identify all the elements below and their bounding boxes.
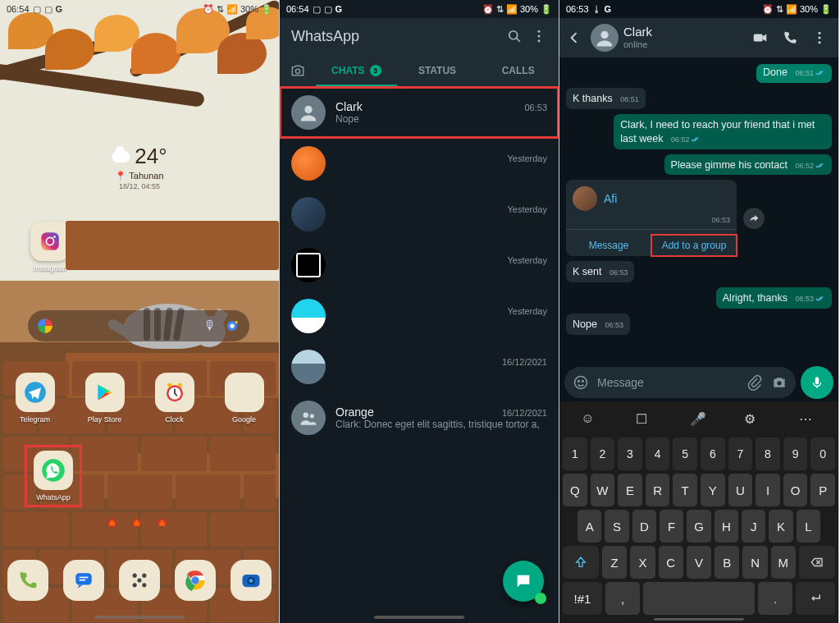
key-w[interactable]: W xyxy=(591,474,615,506)
menu-dots-icon[interactable] xyxy=(531,28,547,44)
message-out[interactable]: Please gimme his contact 06:52 xyxy=(664,154,832,176)
key-period[interactable]: . xyxy=(758,582,792,615)
nav-indicator[interactable] xyxy=(94,616,185,619)
key-u[interactable]: U xyxy=(728,474,753,506)
whatsapp-app-icon-highlighted[interactable]: WhatsApp xyxy=(25,445,82,507)
contact-info[interactable]: Clark online xyxy=(623,25,743,50)
phone-app-icon[interactable] xyxy=(7,560,48,601)
google-search-bar[interactable]: 🎙 xyxy=(28,310,249,341)
back-icon[interactable] xyxy=(563,26,586,49)
attach-icon[interactable] xyxy=(746,374,763,391)
key-z[interactable]: Z xyxy=(602,546,627,579)
contact-card[interactable]: Afi 06:53 Message Add to a group xyxy=(566,180,737,256)
key-v[interactable]: V xyxy=(687,546,711,579)
chat-row[interactable]: 16/12/2021 xyxy=(280,341,559,392)
chrome-app-icon[interactable] xyxy=(175,560,216,601)
key-n[interactable]: N xyxy=(742,546,767,579)
key-1[interactable]: 1 xyxy=(563,437,587,470)
key-e[interactable]: E xyxy=(618,474,642,506)
key-9[interactable]: 9 xyxy=(783,437,808,470)
chat-row[interactable]: Yesterday xyxy=(280,240,559,291)
key-enter[interactable] xyxy=(796,582,835,615)
voice-typing-icon[interactable]: 🎤 xyxy=(690,411,708,429)
contact-add-to-group-button[interactable]: Add to a group xyxy=(651,235,737,256)
message-in[interactable]: Nope 06:53 xyxy=(566,314,630,335)
contact-message-button[interactable]: Message xyxy=(566,235,651,256)
key-t[interactable]: T xyxy=(673,474,697,506)
camera-app-icon[interactable] xyxy=(231,560,272,601)
new-chat-fab[interactable] xyxy=(503,561,544,602)
key-symbols[interactable]: !#1 xyxy=(563,582,602,615)
key-shift[interactable] xyxy=(563,546,599,579)
key-0[interactable]: 0 xyxy=(810,437,835,470)
key-6[interactable]: 6 xyxy=(701,437,725,470)
key-4[interactable]: 4 xyxy=(646,437,670,470)
message-out[interactable]: Done 06:51 xyxy=(756,64,832,83)
key-7[interactable]: 7 xyxy=(728,437,753,470)
tab-chats[interactable]: CHATS3 xyxy=(316,54,397,87)
key-h[interactable]: H xyxy=(714,510,738,543)
instagram-app-icon[interactable] xyxy=(30,222,70,261)
chat-list[interactable]: Clark06:53 Nope Yesterday Yesterday Yest… xyxy=(280,87,559,623)
message-out[interactable]: Clark, I need to reach your friend that … xyxy=(614,114,832,149)
emoji-icon[interactable] xyxy=(573,374,589,391)
apps-drawer-icon[interactable] xyxy=(119,560,160,601)
key-8[interactable]: 8 xyxy=(756,437,780,470)
message-input[interactable]: Message xyxy=(564,367,796,398)
key-y[interactable]: Y xyxy=(701,474,725,506)
keyboard[interactable]: ☺ ☐ 🎤 ⚙ ⋯ 1 2 3 4 5 6 7 8 9 0 Q W E R T … xyxy=(559,401,838,623)
nav-indicator[interactable] xyxy=(374,616,464,619)
key-j[interactable]: J xyxy=(742,510,765,543)
key-a[interactable]: A xyxy=(578,510,601,543)
sticker-icon[interactable]: ☐ xyxy=(636,411,654,429)
key-2[interactable]: 2 xyxy=(591,437,615,470)
key-f[interactable]: F xyxy=(660,510,683,543)
search-icon[interactable] xyxy=(506,28,523,44)
play-store-app-icon[interactable]: Play Store xyxy=(80,373,130,424)
mic-icon[interactable]: 🎙 xyxy=(203,318,217,333)
telegram-app-icon[interactable]: Telegram xyxy=(11,373,60,424)
key-m[interactable]: M xyxy=(771,546,796,579)
menu-dots-icon[interactable] xyxy=(807,25,832,50)
camera-icon[interactable] xyxy=(771,374,788,391)
key-i[interactable]: I xyxy=(756,474,780,506)
camera-tab-icon[interactable] xyxy=(280,54,316,87)
key-3[interactable]: 3 xyxy=(618,437,642,470)
chat-row[interactable]: Yesterday xyxy=(280,189,559,240)
key-5[interactable]: 5 xyxy=(673,437,697,470)
clock-app-icon[interactable]: Clock xyxy=(150,373,199,424)
google-folder-icon[interactable]: Google xyxy=(220,373,269,424)
key-comma[interactable]: , xyxy=(605,582,640,615)
key-k[interactable]: K xyxy=(769,510,792,543)
chat-row[interactable]: Yesterday xyxy=(280,138,559,189)
key-p[interactable]: P xyxy=(810,474,835,506)
forward-icon[interactable] xyxy=(743,208,765,229)
weather-widget[interactable]: 24° 📍 Tahunan 18/12, 04:55 xyxy=(112,144,167,190)
keyboard-settings-icon[interactable]: ⚙ xyxy=(744,411,762,429)
video-call-icon[interactable] xyxy=(748,25,773,50)
tab-calls[interactable]: CALLS xyxy=(477,54,559,87)
message-in[interactable]: K sent 06:53 xyxy=(566,261,634,282)
key-backspace[interactable] xyxy=(799,546,835,579)
lens-icon[interactable] xyxy=(225,318,240,333)
keyboard-more-icon[interactable]: ⋯ xyxy=(799,411,817,429)
key-o[interactable]: O xyxy=(783,474,808,506)
key-l[interactable]: L xyxy=(797,510,820,543)
key-s[interactable]: S xyxy=(605,510,628,543)
voice-message-button[interactable] xyxy=(801,366,833,399)
message-out[interactable]: Alright, thanks 06:53 xyxy=(716,287,832,309)
message-list[interactable]: Done 06:51 K thanks 06:51 Clark, I need … xyxy=(559,57,838,364)
key-r[interactable]: R xyxy=(646,474,670,506)
emoji-picker-icon[interactable]: ☺ xyxy=(581,411,599,429)
key-space[interactable] xyxy=(643,582,755,615)
key-b[interactable]: B xyxy=(714,546,739,579)
contact-avatar[interactable] xyxy=(591,24,619,52)
message-in[interactable]: K thanks 06:51 xyxy=(566,88,646,109)
messages-app-icon[interactable] xyxy=(63,560,104,601)
chat-row-clark[interactable]: Clark06:53 Nope xyxy=(280,87,559,138)
chat-row-orange[interactable]: Orange16/12/2021 Clark: Donec eget elit … xyxy=(280,392,559,443)
voice-call-icon[interactable] xyxy=(778,25,802,50)
chat-row[interactable]: Yesterday xyxy=(280,291,559,341)
key-d[interactable]: D xyxy=(632,510,656,543)
tab-status[interactable]: STATUS xyxy=(397,54,478,87)
